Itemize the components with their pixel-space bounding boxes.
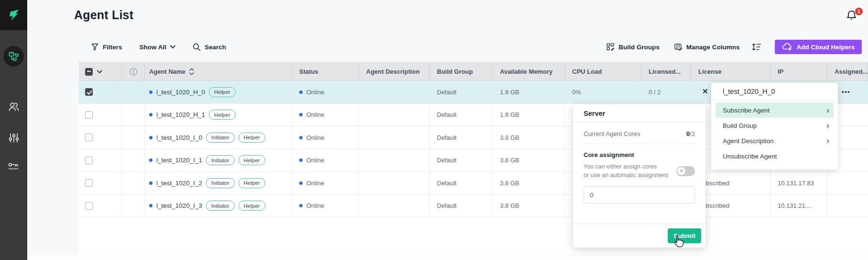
helper-badge: Helper bbox=[209, 87, 236, 97]
submit-button[interactable]: Submit bbox=[668, 228, 701, 243]
row-info-cell bbox=[122, 104, 145, 126]
status-text: Online bbox=[306, 180, 325, 187]
alert-info-icon bbox=[129, 68, 138, 76]
sort-arrows-icon[interactable] bbox=[189, 68, 194, 75]
helper-badge: Helper bbox=[239, 178, 265, 188]
sidebar-item-agents[interactable] bbox=[0, 46, 27, 67]
chevron-right-icon: › bbox=[826, 137, 829, 144]
header-license[interactable]: License bbox=[691, 63, 770, 80]
menu-item-build-group[interactable]: Build Group › bbox=[716, 118, 834, 133]
status-dot-icon bbox=[299, 158, 303, 162]
available-memory-cell: 3.8 GB bbox=[493, 149, 565, 172]
menu-item-subscribe-agent[interactable]: Subscribe Agent › bbox=[716, 102, 834, 118]
assigned-cell bbox=[827, 195, 868, 217]
core-assignment-description: You can either assign cores or use an au… bbox=[584, 162, 668, 180]
license-key-icon bbox=[8, 162, 20, 172]
current-agent-cores-value: 0/2 bbox=[686, 130, 695, 137]
agent-context-menu: l_test_1020_H_0 Subscribe Agent › Build … bbox=[711, 83, 838, 170]
table-row[interactable]: l_test_1020_I_3InitiatorHelper Online De… bbox=[79, 195, 868, 218]
agent-dot-icon bbox=[149, 136, 152, 139]
app-logo[interactable] bbox=[0, 0, 27, 30]
status-text: Online bbox=[306, 111, 325, 118]
incredibuild-logo-icon bbox=[7, 8, 21, 23]
toggle-off-x-icon: ✕ bbox=[677, 167, 685, 175]
build-group-cell: Default bbox=[430, 195, 493, 217]
initiator-badge: Initiator bbox=[206, 178, 235, 188]
table-row[interactable]: l_test_1020_I_2InitiatorHelper Online De… bbox=[79, 172, 868, 195]
search-icon bbox=[193, 43, 201, 51]
sort-rows-button[interactable] bbox=[752, 43, 761, 51]
menu-item-agent-description[interactable]: Agent Description › bbox=[716, 133, 834, 148]
ip-cell: 10.131.17.83 bbox=[770, 172, 827, 194]
core-assignment-title: Core assignment bbox=[584, 151, 695, 158]
assigned-cell bbox=[827, 172, 868, 194]
header-assigned[interactable]: Assigned... bbox=[827, 63, 868, 80]
select-all-checkbox[interactable] bbox=[85, 68, 93, 76]
menu-item-unsubscribe-agent[interactable]: Unsubscribe Agent bbox=[716, 148, 834, 164]
header-licensed[interactable]: Licensed... bbox=[641, 63, 691, 80]
status-text: Online bbox=[306, 202, 325, 209]
cores-input[interactable] bbox=[584, 186, 695, 203]
licensed-cell: 0 / 2 bbox=[641, 81, 691, 103]
header-cpu-load[interactable]: CPU Load bbox=[565, 63, 641, 80]
header-ip[interactable]: IP bbox=[770, 63, 827, 80]
users-icon bbox=[8, 101, 20, 113]
agents-icon bbox=[3, 46, 24, 67]
available-memory-cell: 3.8 GB bbox=[493, 126, 565, 149]
row-more-menu-icon[interactable]: ••• bbox=[842, 88, 850, 95]
sidebar-item-users[interactable] bbox=[0, 101, 27, 113]
agent-description-cell bbox=[359, 172, 430, 194]
agent-description-cell bbox=[359, 195, 430, 217]
close-icon[interactable]: ✕ bbox=[702, 88, 708, 95]
header-build-group[interactable]: Build Group bbox=[430, 63, 493, 80]
filters-button[interactable]: Filters bbox=[91, 43, 122, 51]
show-all-dropdown[interactable]: Show All bbox=[140, 44, 176, 51]
row-checkbox[interactable] bbox=[85, 111, 93, 119]
agent-dot-icon bbox=[149, 113, 152, 116]
agent-dot-icon bbox=[149, 90, 152, 94]
build-group-cell: Default bbox=[430, 81, 493, 103]
status-dot-icon bbox=[299, 204, 303, 207]
row-checkbox[interactable] bbox=[85, 202, 93, 210]
select-menu-chevron-down-icon[interactable] bbox=[97, 70, 102, 74]
status-dot-icon bbox=[299, 181, 303, 185]
header-agent-description[interactable]: Agent Description bbox=[359, 63, 430, 80]
context-menu-title: l_test_1020_H_0 bbox=[711, 83, 838, 100]
row-info-cell bbox=[122, 195, 145, 217]
chevron-down-icon bbox=[170, 45, 175, 49]
current-agent-cores-label: Current Agent Cores bbox=[584, 130, 640, 137]
divider bbox=[584, 144, 695, 144]
sidebar-item-settings[interactable] bbox=[0, 132, 27, 144]
available-memory-cell: 3.8 GB bbox=[493, 172, 565, 194]
sort-lines-icon bbox=[752, 43, 761, 51]
header-available-memory[interactable]: Available Memory bbox=[493, 63, 565, 80]
agent-name: l_test_1020_I_1 bbox=[156, 157, 202, 164]
helper-badge: Helper bbox=[239, 133, 265, 143]
agent-name: l_test_1020_H_0 bbox=[156, 89, 205, 96]
status-text: Online bbox=[306, 134, 325, 141]
header-status[interactable]: Status bbox=[292, 63, 359, 80]
sidebar-item-license[interactable] bbox=[0, 162, 27, 172]
initiator-badge: Initiator bbox=[206, 155, 235, 165]
row-checkbox[interactable] bbox=[85, 157, 93, 164]
build-groups-button[interactable]: Build Groups bbox=[606, 43, 660, 51]
automatic-assignment-toggle[interactable]: ✕ bbox=[676, 166, 695, 176]
search-button[interactable]: Search bbox=[193, 43, 226, 51]
settings-sliders-icon bbox=[8, 132, 20, 144]
row-checkbox[interactable] bbox=[85, 179, 93, 187]
server-popup-footer: Submit bbox=[573, 224, 705, 248]
manage-columns-button[interactable]: Manage Columns bbox=[674, 43, 740, 51]
notifications-button[interactable]: 1 bbox=[845, 9, 865, 28]
row-checkbox[interactable] bbox=[85, 88, 93, 96]
page-title: Agent List bbox=[74, 8, 133, 22]
agent-dot-icon bbox=[149, 204, 152, 207]
row-info-cell bbox=[122, 172, 145, 194]
table-empty-area bbox=[79, 217, 868, 260]
cpu-load-cell: 0% bbox=[565, 81, 641, 103]
build-groups-icon bbox=[606, 43, 615, 51]
header-select-cell bbox=[79, 63, 122, 80]
add-cloud-helpers-button[interactable]: Add Cloud Helpers bbox=[775, 40, 862, 54]
header-agent-name[interactable]: Agent Name bbox=[145, 63, 292, 80]
row-checkbox[interactable] bbox=[85, 134, 93, 141]
server-core-assignment-popup: Server Current Agent Cores 0/2 Core assi… bbox=[573, 104, 705, 248]
